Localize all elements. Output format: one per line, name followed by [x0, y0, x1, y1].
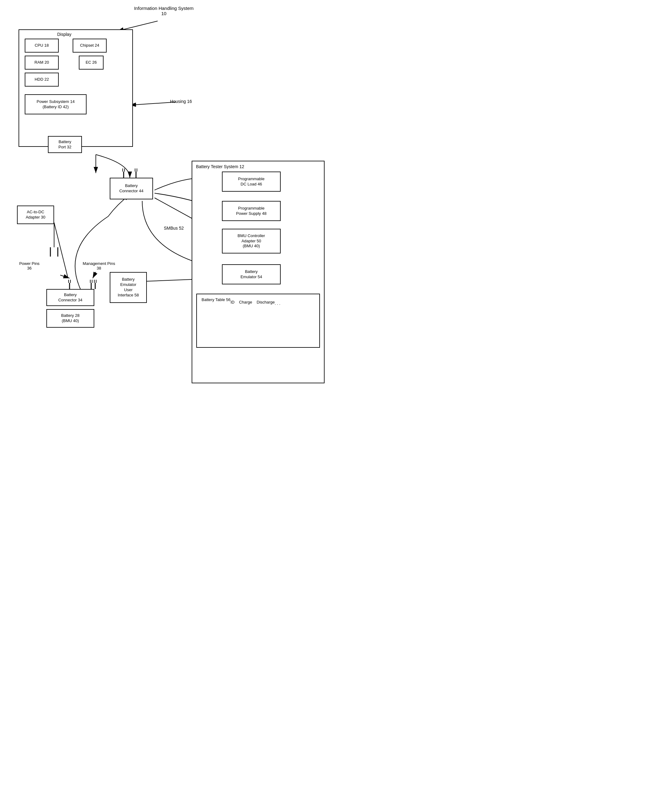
prog-dc-load-box: ProgrammableDC Load 46 — [222, 171, 281, 192]
battery-table-box: Battery Table 56 ID Charge Discharge . .… — [196, 294, 320, 348]
svg-line-3 — [130, 102, 176, 105]
battery-connector-44-box: BatteryConnector 44 — [110, 178, 153, 199]
battery-emulator-ui-box: BatteryEmulatorUserInterface 58 — [110, 272, 147, 303]
battery-28-box: Battery 28(BMU 40) — [46, 309, 94, 328]
bmu-controller-box: BMU ControllerAdapter 50(BMU 40) — [222, 229, 281, 253]
battery-port-box: BatteryPort 32 — [48, 136, 82, 153]
ec-box: EC 26 — [79, 56, 104, 70]
chipset-box: Chipset 24 — [73, 38, 107, 53]
mgmt-pins-label: Management Pins 38 — [82, 261, 116, 271]
battery-connector-34-box: BatteryConnector 34 — [46, 289, 94, 306]
housing-label: Housing 16 — [170, 99, 192, 104]
svg-line-16 — [60, 275, 70, 278]
power-subsystem-box: Power Subsystem 14(Battery ID 42) — [25, 94, 86, 114]
info-handling-system-label: Information Handling System 10 — [133, 6, 195, 16]
smbus-label: SMBus 52 — [164, 226, 184, 231]
svg-line-15 — [54, 223, 68, 278]
ram-box: RAM 20 — [25, 56, 59, 70]
ac-dc-adapter-box: AC-to-DCAdapter 30 — [17, 205, 54, 224]
svg-line-17 — [93, 272, 96, 278]
prog-power-supply-box: ProgrammablePower Supply 48 — [222, 201, 281, 221]
hdd-box: HDD 22 — [25, 73, 59, 86]
battery-emulator-54-box: BatteryEmulator 54 — [222, 264, 281, 284]
power-pins-label: Power Pins 36 — [17, 261, 42, 271]
display-label: Display — [57, 32, 71, 37]
cpu-box: CPU 18 — [25, 38, 59, 53]
diagram: Information Handling System 10 Display C… — [0, 0, 336, 396]
